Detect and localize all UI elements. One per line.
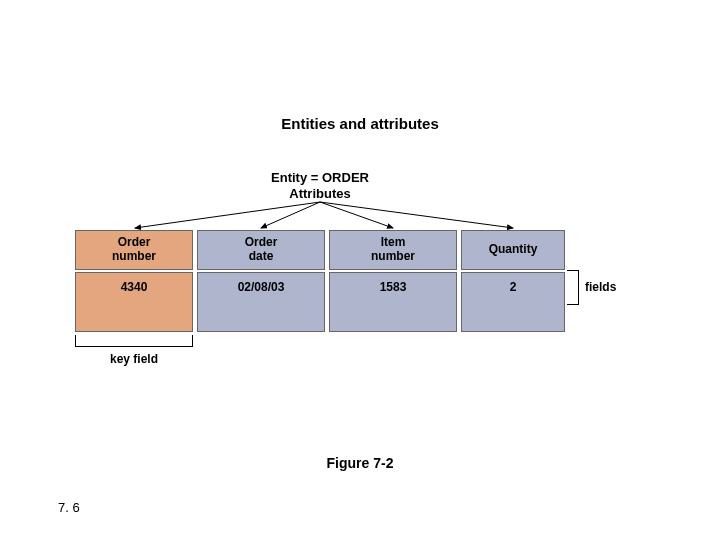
column-value: 1583 [329, 272, 457, 332]
column-header-line1: Order [118, 236, 151, 250]
column-value-text: 2 [510, 281, 517, 295]
column-value-text: 1583 [380, 281, 407, 295]
column-header: Quantity [461, 230, 565, 270]
column-value: 2 [461, 272, 565, 332]
column-header-line2: number [112, 250, 156, 264]
fields-bracket [567, 270, 579, 305]
column-header-line2: date [249, 250, 274, 264]
arrows-icon [75, 196, 565, 232]
column-value: 4340 [75, 272, 193, 332]
column-header-line1: Quantity [489, 243, 538, 257]
column-value-text: 02/08/03 [238, 281, 285, 295]
column-header-line2: number [371, 250, 415, 264]
page-number: 7. 6 [58, 500, 80, 515]
keyfield-bracket [75, 335, 193, 347]
keyfield-label: key field [75, 352, 193, 366]
column-header: Orderdate [197, 230, 325, 270]
entity-label: Entity = ORDER [75, 170, 565, 185]
svg-line-2 [320, 202, 393, 228]
column-header-line1: Order [245, 236, 278, 250]
svg-line-3 [320, 202, 513, 228]
er-diagram: Entity = ORDER Attributes OrdernumberOrd… [75, 170, 645, 400]
column-value: 02/08/03 [197, 272, 325, 332]
slide-title: Entities and attributes [0, 115, 720, 132]
column-header-line1: Item [381, 236, 406, 250]
figure-label: Figure 7-2 [0, 455, 720, 471]
column-header: Ordernumber [75, 230, 193, 270]
column-value-text: 4340 [121, 281, 148, 295]
fields-label: fields [585, 280, 616, 294]
svg-line-0 [135, 202, 320, 228]
column-header: Itemnumber [329, 230, 457, 270]
